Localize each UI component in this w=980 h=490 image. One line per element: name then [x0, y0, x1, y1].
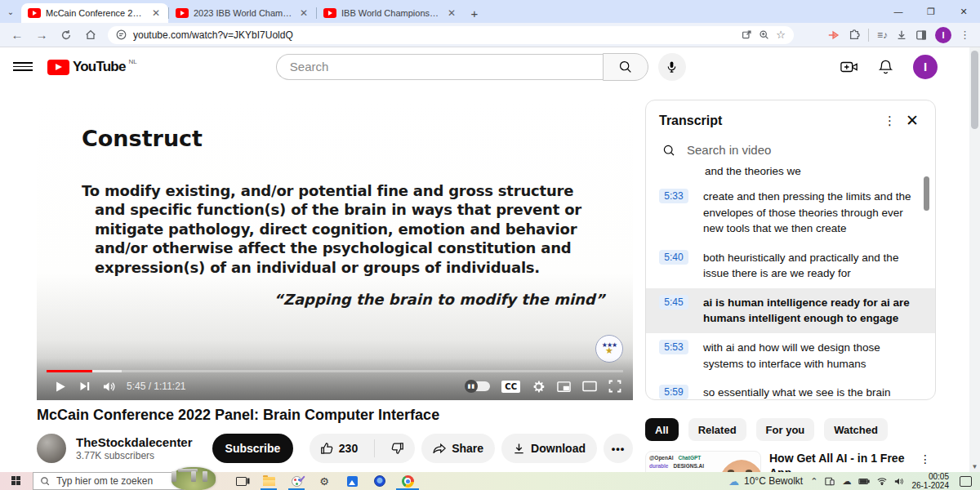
transcript-segment[interactable]: 5:40 both heuristically and practically …: [646, 243, 935, 288]
transcript-search[interactable]: [646, 136, 935, 165]
adblock-arrow-extension-icon[interactable]: [827, 29, 840, 41]
new-tab-button[interactable]: +: [464, 3, 485, 23]
search-button[interactable]: [603, 53, 648, 81]
transcript-menu-kebab-icon[interactable]: ⋮: [875, 114, 904, 128]
taskbar-search-box[interactable]: [33, 472, 185, 490]
transcript-partial-line[interactable]: and the theories we: [646, 165, 935, 182]
tab-close-icon[interactable]: ✕: [446, 7, 457, 19]
slide-quote: “Zapping the brain to modify the mind”: [274, 291, 605, 308]
download-button[interactable]: Download: [501, 434, 597, 463]
phone-link-icon[interactable]: [825, 477, 835, 486]
fullscreen-icon[interactable]: [608, 380, 621, 393]
voice-search-button[interactable]: [658, 53, 686, 81]
chip-related[interactable]: Related: [688, 418, 746, 441]
share-button[interactable]: Share: [421, 434, 495, 463]
tab-close-icon[interactable]: ✕: [298, 7, 310, 19]
account-avatar[interactable]: I: [913, 55, 938, 79]
tab-close-icon[interactable]: ✕: [150, 7, 162, 19]
time-display: 5:45 / 1:11:21: [127, 381, 186, 392]
channel-name[interactable]: TheStockdalecenter: [76, 435, 193, 449]
reload-button[interactable]: [56, 24, 77, 46]
home-button[interactable]: [80, 24, 101, 46]
chip-watched[interactable]: Watched: [824, 418, 888, 441]
download-icon[interactable]: [896, 29, 907, 41]
volume-button[interactable]: [97, 374, 122, 399]
browser-menu-kebab-icon[interactable]: ⋮: [960, 29, 970, 41]
side-panel-icon[interactable]: [915, 29, 927, 41]
video-info-section: McCain Conference 2022 Panel: Brain Comp…: [37, 407, 633, 463]
notifications-bell-icon[interactable]: [878, 59, 893, 75]
transcript-segment[interactable]: 5:53 with ai and how will we design thos…: [646, 333, 935, 378]
browser-profile-avatar[interactable]: I: [935, 27, 951, 43]
transcript-segment[interactable]: 5:59 so essentially what we see is the b…: [646, 378, 935, 400]
theater-mode-icon[interactable]: [582, 381, 597, 392]
forward-button[interactable]: →: [31, 24, 52, 46]
transcript-scrollbar-thumb[interactable]: [924, 176, 929, 211]
back-button[interactable]: ←: [7, 24, 28, 46]
home-icon: [85, 29, 96, 41]
onedrive-cloud-icon[interactable]: ☁: [842, 476, 851, 487]
create-video-icon[interactable]: [840, 60, 858, 74]
filter-chips-bar: All Related For you Watched: [645, 418, 936, 441]
transcript-segment-active[interactable]: 5:45 ai is human intelligence ready for …: [646, 288, 935, 333]
scrollbar-down-arrow-icon[interactable]: ▼: [969, 463, 980, 470]
miniplayer-icon[interactable]: [557, 381, 571, 393]
window-minimize-button[interactable]: —: [882, 0, 915, 23]
youtube-logo[interactable]: YouTube NL: [47, 58, 137, 75]
playlist-queue-icon[interactable]: ≡♪: [877, 29, 888, 41]
task-view-button[interactable]: [227, 472, 255, 490]
channel-avatar[interactable]: [37, 434, 66, 463]
zoom-icon[interactable]: [759, 29, 769, 40]
tab-mccain-conference[interactable]: McCain Conference 2022 Panel: ✕: [21, 3, 168, 23]
dislike-button[interactable]: [381, 434, 415, 463]
wifi-icon[interactable]: [877, 477, 887, 485]
speaker-icon[interactable]: [894, 477, 904, 486]
taskbar-clock[interactable]: 00:05 26-1-2024: [911, 472, 949, 490]
photos-button[interactable]: [338, 472, 366, 490]
start-button[interactable]: [0, 472, 33, 490]
clock-time: 00:05: [911, 472, 949, 482]
blue-app-button[interactable]: [366, 472, 394, 490]
weather-widget[interactable]: ☁ 10°C Bewolkt: [728, 475, 803, 488]
tab-2023-ibb[interactable]: 2023 IBB World Championship | ✕: [169, 3, 316, 23]
captions-button[interactable]: CC: [501, 381, 520, 393]
settings-button[interactable]: ⚙: [310, 472, 338, 490]
address-bar[interactable]: youtube.com/watch?v=JKYbI7UoldQ ☆: [108, 26, 794, 44]
chip-for-you[interactable]: For you: [756, 418, 815, 441]
next-button[interactable]: [73, 374, 97, 399]
action-center-icon[interactable]: [960, 476, 972, 487]
play-button[interactable]: [48, 374, 73, 399]
chip-all[interactable]: All: [645, 418, 679, 441]
page-scrollbar[interactable]: ▼: [969, 47, 980, 472]
extensions-icon[interactable]: [849, 29, 860, 41]
tray-chevron-up-icon[interactable]: ⌃: [810, 476, 817, 487]
file-explorer-button[interactable]: [255, 472, 283, 490]
tab-search-chevron-icon[interactable]: ⌄: [0, 0, 21, 23]
battery-icon[interactable]: [858, 478, 870, 485]
share-icon[interactable]: [742, 29, 752, 40]
video-player[interactable]: Construct To modify existing, and/or pot…: [37, 98, 633, 400]
timestamp-badge: 5:33: [659, 189, 688, 203]
transcript-search-input[interactable]: [687, 143, 883, 157]
tab-ibb-world[interactable]: IBB World Championship - YouT ✕: [317, 3, 464, 23]
more-actions-button[interactable]: •••: [604, 434, 633, 463]
download-label: Download: [531, 442, 586, 455]
transcript-close-icon[interactable]: ✕: [904, 111, 925, 130]
window-close-button[interactable]: ✕: [947, 0, 980, 23]
taskbar-search-input[interactable]: [56, 475, 163, 487]
search-highlight-image[interactable]: [172, 467, 216, 490]
search-input[interactable]: [276, 54, 603, 80]
timestamp-badge: 5:59: [659, 385, 688, 399]
clock-date: 26-1-2024: [911, 481, 949, 490]
chrome-button[interactable]: [394, 472, 421, 490]
window-restore-button[interactable]: ❐: [915, 0, 947, 23]
guide-hamburger-button[interactable]: [13, 57, 33, 77]
autoplay-toggle[interactable]: ▮▮: [466, 381, 490, 391]
settings-gear-icon[interactable]: [532, 380, 546, 394]
scrollbar-thumb[interactable]: [971, 51, 978, 129]
paint-button[interactable]: [283, 472, 310, 490]
like-button[interactable]: 230: [310, 434, 368, 463]
bookmark-star-icon[interactable]: ☆: [776, 29, 786, 41]
subscribe-button[interactable]: Subscribe: [212, 434, 294, 463]
transcript-segment[interactable]: 5:33 create and then pressing the limits…: [646, 182, 935, 243]
